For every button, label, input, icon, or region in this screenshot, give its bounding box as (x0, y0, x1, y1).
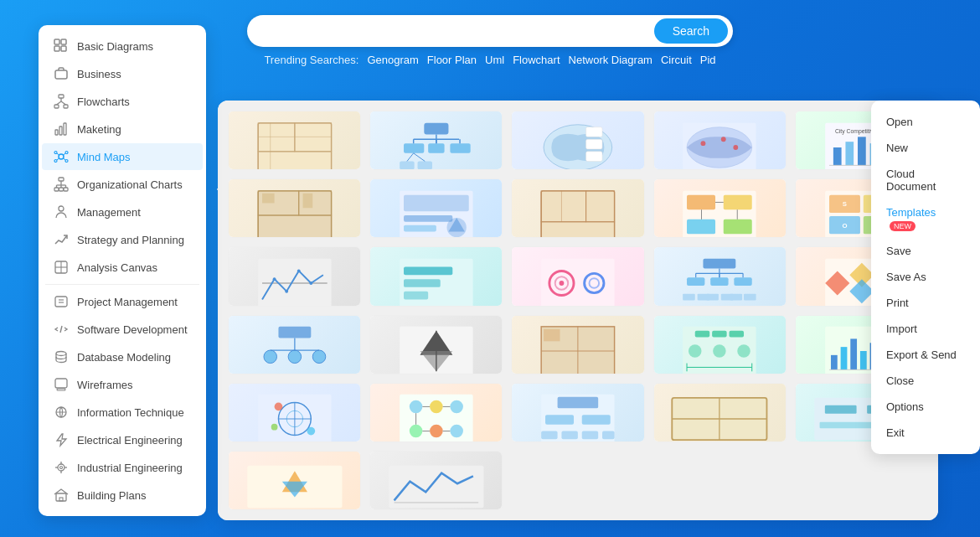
trending-floor-plan[interactable]: Floor Plan (427, 54, 477, 66)
trending-label: Trending Searches: (264, 54, 358, 66)
svg-point-44 (58, 464, 64, 471)
trending-circuit[interactable]: Circuit (661, 54, 692, 66)
sidebar-item-wireframes[interactable]: Wireframes (42, 371, 203, 398)
trending-network-diagram[interactable]: Network Diagram (569, 54, 652, 66)
sidebar-item-basic-diagrams[interactable]: Basic Diagrams (42, 33, 203, 59)
svg-point-124 (285, 290, 288, 293)
sidebar-item-management[interactable]: Management (42, 199, 203, 225)
template-card-home-plan-3[interactable]: Home Plan 3 (511, 178, 644, 238)
sidebar-item-software-dev[interactable]: Software Development (42, 316, 203, 343)
svg-point-32 (59, 206, 64, 211)
template-card-home-plan-1[interactable]: Home Plan 1 (228, 111, 361, 170)
sidebar-item-analysis[interactable]: Analysis Canvas (42, 254, 203, 281)
right-menu-options[interactable]: Options (871, 394, 980, 420)
svg-rect-68 (417, 161, 431, 169)
right-menu-new[interactable]: New (871, 135, 980, 161)
trending-pid[interactable]: Pid (700, 54, 716, 66)
template-thumb (512, 111, 643, 170)
right-menu-print[interactable]: Print (871, 290, 980, 316)
template-card-n3[interactable]: n 3 (228, 178, 361, 238)
sidebar-item-mind-maps[interactable]: Mind Maps (42, 143, 203, 170)
svg-point-40 (56, 352, 66, 356)
sidebar-item-electrical[interactable]: Electrical Engineering (42, 426, 203, 453)
template-thumb (654, 111, 786, 170)
right-menu-open[interactable]: Open (871, 109, 980, 135)
template-thumb (370, 247, 502, 306)
trending-genogram[interactable]: Genogram (367, 54, 418, 66)
sidebar-item-building[interactable]: Building Plans (42, 482, 203, 509)
template-card-chart-3[interactable]: Chart 3 (511, 246, 644, 306)
trending-uml[interactable]: Uml (485, 54, 504, 66)
template-card-planning[interactable]: Plannin... (511, 315, 644, 374)
template-card-extra-1[interactable] (653, 383, 787, 442)
svg-line-20 (64, 153, 66, 155)
pm-icon (54, 294, 69, 309)
right-menu-import[interactable]: Import (871, 316, 980, 342)
svg-rect-5 (59, 95, 64, 98)
sidebar-divider (45, 284, 199, 285)
template-card-flowchart-sample[interactable]: Flowchart Sample (369, 383, 503, 442)
svg-rect-25 (59, 188, 64, 191)
sidebar-item-database[interactable]: Database Modeling (42, 343, 203, 370)
template-card-redesign-website[interactable]: Redesign Website... (653, 178, 787, 238)
template-card-chemical-experim[interactable]: Chemical Experim... (653, 315, 787, 374)
template-card-desalination[interactable]: Desalination Experi... (228, 246, 361, 306)
search-input[interactable] (262, 24, 654, 38)
sidebar-item-industrial[interactable]: Industrial Engineering (42, 454, 203, 481)
search-bar: Search (247, 15, 733, 47)
right-menu-cloud[interactable]: Cloud Document (871, 161, 980, 199)
sidebar-item-business[interactable]: Business (42, 60, 203, 87)
sidebar-item-info-tech-label: Information Technique (77, 406, 184, 419)
right-menu-export[interactable]: Export & Send (871, 342, 980, 368)
svg-rect-95 (404, 194, 469, 210)
right-menu-save[interactable]: Save (871, 238, 980, 264)
trending-flowchart[interactable]: Flowchart (513, 54, 560, 66)
analysis-icon (54, 260, 69, 275)
sidebar-item-flowcharts-label: Flowcharts (77, 96, 130, 108)
template-card-enhance-competitit[interactable]: Enhance Competitit... (511, 111, 644, 170)
svg-line-69 (407, 152, 414, 161)
svg-rect-188 (830, 355, 837, 369)
template-card-life-plan[interactable]: Life Plan (511, 383, 644, 442)
bar-icon (54, 121, 69, 137)
template-card-movement[interactable]: movement... (369, 246, 503, 306)
template-card-world-map-2[interactable]: World Map 2 (653, 111, 787, 170)
svg-rect-190 (850, 338, 857, 369)
template-card-department-org-chart[interactable]: Department Org Chart (653, 246, 787, 306)
briefcase-icon (54, 66, 69, 81)
sidebar-item-wireframes-label: Wireframes (77, 379, 132, 391)
template-card-extra-4[interactable] (369, 451, 503, 510)
grid-icon (54, 39, 69, 54)
right-menu-exit[interactable]: Exit (871, 420, 980, 446)
sidebar-item-industrial-label: Industrial Engineering (77, 462, 183, 474)
template-thumb (654, 179, 786, 238)
template-thumb (370, 111, 502, 170)
search-button[interactable]: Search (654, 18, 728, 44)
sidebar-item-org-charts-label: Organizational Charts (77, 178, 183, 191)
sidebar-item-org-charts[interactable]: Organizational Charts (42, 171, 203, 198)
right-menu-save-as[interactable]: Save As (871, 264, 980, 290)
svg-line-22 (64, 158, 66, 160)
sidebar-item-strategy[interactable]: Strategy and Planning (42, 226, 203, 253)
template-card-extra-3[interactable] (228, 451, 361, 510)
template-card-org-chart-set-2[interactable]: Org Chart Set 2 (228, 315, 361, 374)
svg-rect-42 (57, 389, 65, 390)
template-thumb (654, 247, 786, 306)
sidebar-item-maketing[interactable]: Maketing (42, 116, 203, 142)
right-sidebar: Open New Cloud Document TemplatesNEW Sav… (871, 101, 980, 454)
right-menu-close[interactable]: Close (871, 368, 980, 394)
template-card-english-part[interactable]: English Part Of Sp... (228, 383, 361, 442)
sidebar-item-project-mgmt[interactable]: Project Management (42, 288, 203, 315)
template-card-empirical-probability[interactable]: Empirical Probability (369, 178, 503, 238)
svg-point-18 (65, 160, 68, 163)
template-thumb (512, 316, 643, 374)
sidebar-item-info-tech[interactable]: Information Technique (42, 399, 203, 426)
svg-rect-179 (712, 331, 726, 338)
sidebar-item-building-label: Building Plans (77, 489, 146, 502)
sidebar-item-flowcharts[interactable]: Flowcharts (42, 88, 203, 115)
svg-rect-0 (54, 39, 59, 44)
right-menu-templates[interactable]: TemplatesNEW (871, 199, 980, 238)
template-card-org-chart-set-3[interactable]: Org Chart Set 3 (369, 111, 503, 170)
ind-icon (54, 460, 69, 475)
template-card-business-matrix[interactable]: Business Matrix ... (369, 315, 503, 374)
